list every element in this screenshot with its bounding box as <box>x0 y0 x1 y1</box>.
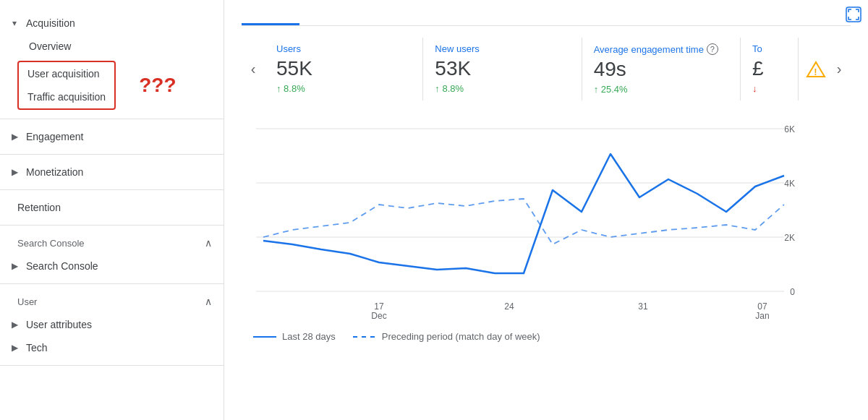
metric-users-change: ↑ 8.8% <box>276 83 411 94</box>
chevron-right-icon: ▶ <box>9 131 20 142</box>
metric-engagement-change: ↑ 25.4% <box>594 84 728 95</box>
chevron-down-icon: ▾ <box>9 17 20 29</box>
metric-new-users-value: 53K <box>435 57 569 80</box>
chart-legend: Last 28 days Preceding period (match day… <box>242 331 851 342</box>
legend-last28: Last 28 days <box>253 331 336 342</box>
sidebar: ▾ Acquisition Overview User acquisition … <box>0 0 224 420</box>
metrics-row: ‹ Users 55K ↑ 8.8% New users 53K ↑ 8.8% … <box>242 38 851 100</box>
line-chart: 6K 4K 2K 0 17 Dec 24 31 07 Jan <box>242 118 806 320</box>
tab-bar <box>242 12 851 26</box>
sidebar-item-acquisition[interactable]: ▾ Acquisition <box>0 12 224 35</box>
chevron-right-icon-4: ▶ <box>9 319 20 330</box>
expand-icon[interactable] <box>845 6 862 25</box>
user-section-header: User ∧ <box>0 290 224 313</box>
metric-revenue: To £ ↓ <box>741 38 799 100</box>
legend-line-solid <box>253 336 276 338</box>
legend-preceding: Preceding period (match day of week) <box>353 331 540 342</box>
next-arrow[interactable]: › <box>827 38 851 100</box>
sidebar-item-engagement[interactable]: ▶ Engagement <box>0 125 224 148</box>
metric-users-label[interactable]: Users <box>276 43 411 54</box>
sidebar-item-overview[interactable]: Overview <box>0 35 224 58</box>
metric-revenue-value: £ <box>752 57 786 80</box>
search-console-section: Search Console ∧ ▶ Search Console <box>0 226 224 284</box>
svg-text:6K: 6K <box>784 124 795 134</box>
metric-new-users-change: ↑ 8.8% <box>435 83 569 94</box>
main-content: ‹ Users 55K ↑ 8.8% New users 53K ↑ 8.8% … <box>224 0 868 420</box>
metric-engagement-label[interactable]: Average engagement time ? <box>594 43 728 55</box>
chevron-right-icon-2: ▶ <box>9 166 20 178</box>
question-marks: ??? <box>139 74 176 97</box>
metric-revenue-change: ↓ <box>752 83 786 94</box>
svg-text:07: 07 <box>757 301 767 312</box>
warning-icon: ! <box>804 58 827 81</box>
metric-revenue-label[interactable]: To <box>752 43 786 54</box>
chart-area: 6K 4K 2K 0 17 Dec 24 31 07 Jan <box>242 112 851 348</box>
tab-main[interactable] <box>242 12 299 25</box>
retention-section: Retention <box>0 190 224 226</box>
sidebar-item-monetization[interactable]: ▶ Monetization <box>0 160 224 184</box>
chevron-right-icon-3: ▶ <box>9 260 20 272</box>
monetization-section: ▶ Monetization <box>0 155 224 190</box>
svg-text:24: 24 <box>504 301 514 312</box>
info-icon: ? <box>707 43 718 55</box>
svg-text:Dec: Dec <box>371 311 386 320</box>
sidebar-item-traffic-acquisition[interactable]: Traffic acquisition <box>19 85 114 108</box>
metric-engagement-value: 49s <box>594 58 728 81</box>
svg-text:4K: 4K <box>784 179 795 189</box>
metric-users-value: 55K <box>276 57 411 80</box>
sidebar-item-retention[interactable]: Retention <box>0 196 224 219</box>
user-section: User ∧ ▶ User attributes ▶ Tech <box>0 284 224 366</box>
metric-users: Users 55K ↑ 8.8% <box>265 38 423 100</box>
metric-new-users: New users 53K ↑ 8.8% <box>423 38 582 100</box>
chart-container: ‹ Users 55K ↑ 8.8% New users 53K ↑ 8.8% … <box>224 0 868 359</box>
svg-text:2K: 2K <box>784 233 795 243</box>
chevron-right-icon-5: ▶ <box>9 342 20 353</box>
sidebar-item-user-attributes[interactable]: ▶ User attributes <box>0 313 224 336</box>
search-console-header: Search Console ∧ <box>0 231 224 254</box>
highlighted-acquisition-group: User acquisition Traffic acquisition ??? <box>0 58 224 113</box>
svg-text:17: 17 <box>374 301 384 312</box>
svg-text:Jan: Jan <box>755 311 769 320</box>
svg-text:0: 0 <box>790 287 795 297</box>
metric-engagement: Average engagement time ? 49s ↑ 25.4% <box>582 38 741 100</box>
engagement-section: ▶ Engagement <box>0 119 224 155</box>
chevron-up-icon-2: ∧ <box>205 296 212 307</box>
legend-line-dashed <box>353 336 376 338</box>
highlighted-items: User acquisition Traffic acquisition <box>17 61 116 110</box>
svg-text:!: ! <box>814 67 817 77</box>
sidebar-item-user-acquisition[interactable]: User acquisition <box>19 62 114 85</box>
sidebar-item-tech[interactable]: ▶ Tech <box>0 336 224 359</box>
prev-arrow[interactable]: ‹ <box>242 38 265 100</box>
metric-new-users-label[interactable]: New users <box>435 43 569 54</box>
sidebar-item-search-console[interactable]: ▶ Search Console <box>0 254 224 278</box>
acquisition-section: ▾ Acquisition Overview User acquisition … <box>0 6 224 119</box>
svg-text:31: 31 <box>638 301 648 312</box>
chevron-up-icon: ∧ <box>205 237 212 249</box>
